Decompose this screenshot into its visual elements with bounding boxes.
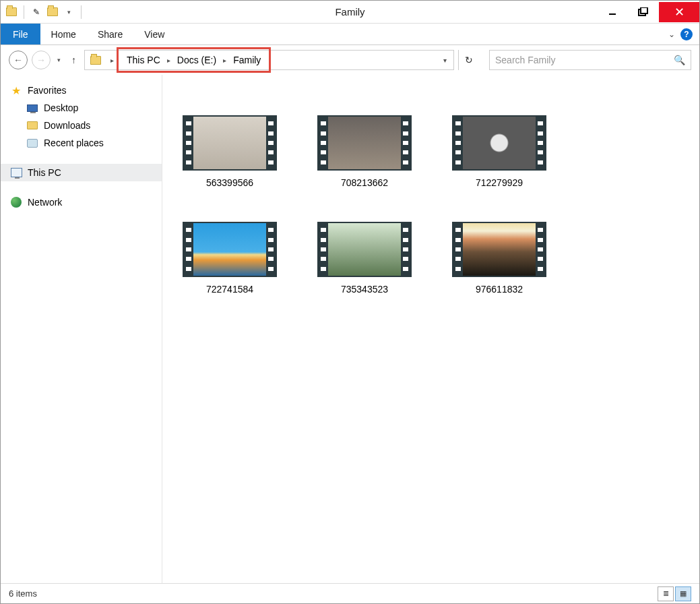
properties-icon[interactable]: ✎ <box>30 5 43 19</box>
downloads-icon <box>26 119 38 131</box>
address-dropdown-icon[interactable]: ▾ <box>437 57 453 64</box>
star-icon: ★ <box>10 84 22 96</box>
sidebar-item-label: Desktop <box>44 102 78 113</box>
breadcrumb-segment[interactable]: This PC <box>124 55 163 65</box>
main-area: ★ Favorites Desktop Downloads Recent pla… <box>1 75 699 583</box>
address-bar[interactable]: ▸ This PC ▸ Docs (E:) ▸ Family ▾ <box>84 50 454 70</box>
sidebar-item-downloads[interactable]: Downloads <box>1 117 162 134</box>
file-name: 735343523 <box>341 284 388 295</box>
navigation-row: ← → ▾ ↑ ▸ This PC ▸ Docs (E:) ▸ Family ▾… <box>1 45 699 75</box>
sidebar-item-label: Recent places <box>44 138 104 148</box>
file-item[interactable]: 712279929 <box>445 115 553 188</box>
recent-places-icon <box>26 137 38 149</box>
breadcrumb-segment[interactable]: Docs (E:) <box>174 55 219 65</box>
video-thumbnail <box>183 115 277 171</box>
sidebar-item-this-pc[interactable]: This PC <box>1 164 162 181</box>
breadcrumb-segment[interactable]: Family <box>230 55 263 65</box>
search-box[interactable]: 🔍 <box>489 50 691 70</box>
svg-rect-2 <box>641 7 647 13</box>
new-folder-icon[interactable] <box>46 5 59 19</box>
sidebar-item-recent-places[interactable]: Recent places <box>1 134 162 152</box>
refresh-button[interactable]: ↻ <box>458 50 478 70</box>
folder-app-icon <box>5 5 18 19</box>
file-item[interactable]: 976611832 <box>445 222 553 295</box>
window-title: Family <box>335 6 364 18</box>
file-name: 563399566 <box>206 177 253 188</box>
up-button[interactable]: ↑ <box>67 55 80 65</box>
sidebar-item-network[interactable]: Network <box>1 193 162 211</box>
sidebar-item-label: Downloads <box>44 120 90 131</box>
file-name: 976611832 <box>476 284 523 295</box>
qat-dropdown-icon[interactable]: ▾ <box>62 5 75 19</box>
tab-share[interactable]: Share <box>87 24 133 44</box>
minimize-button[interactable] <box>597 2 628 22</box>
this-pc-icon <box>10 167 22 179</box>
video-thumbnail <box>317 115 412 171</box>
sidebar-item-label: Network <box>28 197 62 208</box>
tab-file[interactable]: File <box>1 24 40 44</box>
help-icon[interactable]: ? <box>680 28 693 40</box>
file-name: 722741584 <box>206 284 253 295</box>
details-view-button[interactable]: ≣ <box>658 586 674 601</box>
video-thumbnail <box>317 222 412 277</box>
address-folder-icon <box>89 53 102 67</box>
search-icon[interactable]: 🔍 <box>674 55 685 65</box>
breadcrumb-arrow-icon[interactable]: ▸ <box>219 57 230 64</box>
file-item[interactable]: 735343523 <box>311 222 418 295</box>
sidebar-label: Favorites <box>28 85 67 96</box>
separator <box>24 5 24 19</box>
tab-view[interactable]: View <box>133 24 175 44</box>
thumbnails-view-button[interactable]: ▦ <box>675 586 691 601</box>
network-icon <box>10 196 22 208</box>
ribbon-tabs: File Home Share View ⌄ ? <box>1 24 699 45</box>
close-button[interactable]: ✕ <box>659 2 699 22</box>
video-thumbnail <box>452 222 546 277</box>
tab-home[interactable]: Home <box>40 24 87 44</box>
file-item[interactable]: 563399566 <box>176 115 284 188</box>
quick-access-toolbar: ✎ ▾ <box>1 5 84 19</box>
file-item[interactable]: 708213662 <box>311 115 418 188</box>
status-item-count: 6 items <box>9 588 37 599</box>
window-controls: ✕ <box>597 2 699 22</box>
video-thumbnail <box>452 115 546 171</box>
sidebar-item-label: This PC <box>28 167 61 178</box>
ribbon-expand-icon[interactable]: ⌄ <box>668 30 675 39</box>
file-list[interactable]: 563399566 708213662 712279929 <box>162 75 699 583</box>
file-name: 708213662 <box>341 177 388 188</box>
back-button[interactable]: ← <box>9 51 28 69</box>
forward-button[interactable]: → <box>32 51 51 69</box>
title-bar: ✎ ▾ Family ✕ <box>1 1 699 24</box>
separator <box>81 5 82 19</box>
recent-locations-dropdown[interactable]: ▾ <box>55 57 63 63</box>
sidebar-favorites[interactable]: ★ Favorites <box>1 82 162 99</box>
breadcrumb-arrow-icon[interactable]: ▸ <box>163 57 174 64</box>
search-input[interactable] <box>495 55 674 65</box>
file-item[interactable]: 722741584 <box>176 222 284 295</box>
status-bar: 6 items ≣ ▦ <box>1 583 699 603</box>
file-name: 712279929 <box>476 177 523 188</box>
video-thumbnail <box>183 222 277 277</box>
navigation-pane: ★ Favorites Desktop Downloads Recent pla… <box>1 75 162 583</box>
breadcrumb-highlight: This PC ▸ Docs (E:) ▸ Family <box>117 47 271 73</box>
maximize-button[interactable] <box>628 2 659 22</box>
desktop-icon <box>26 102 38 114</box>
sidebar-item-desktop[interactable]: Desktop <box>1 99 162 117</box>
